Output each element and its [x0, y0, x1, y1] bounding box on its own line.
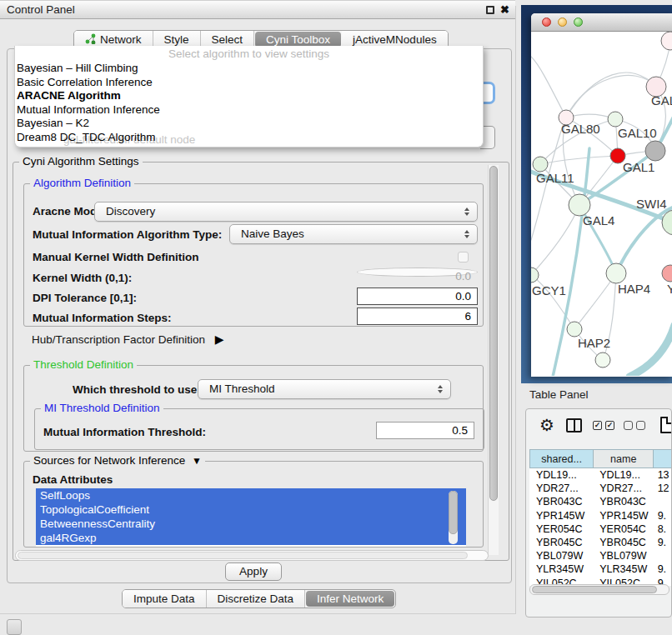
tab-label: jActiveMNodules [353, 33, 437, 46]
algorithm-option[interactable]: ARACNE Algorithm [15, 89, 483, 103]
kernel-width-field[interactable]: 0.0 [357, 268, 478, 277]
close-icon[interactable]: ✖ [500, 3, 509, 16]
close-traffic-light-icon[interactable] [542, 18, 551, 27]
dpi-tolerance-field[interactable]: 0.0 [357, 288, 478, 305]
attribute-item[interactable]: TopologicalCoefficient [36, 502, 466, 517]
network-window-titlebar[interactable] [531, 13, 672, 32]
tab-discretize-data[interactable]: Discretize Data [207, 590, 306, 608]
algorithm-option[interactable]: Dream8 DC_TDC Algorithm [15, 131, 483, 145]
select-all-icon[interactable]: ✓ [593, 421, 602, 430]
table-horizontal-scrollbar[interactable] [529, 584, 669, 595]
manual-kernel-width-checkbox[interactable] [458, 252, 469, 262]
table-cell[interactable]: YBL079W [593, 549, 653, 562]
table-cell[interactable]: YPR145W [593, 509, 653, 522]
scrollbar-thumb[interactable] [449, 491, 458, 534]
table-cell[interactable]: 13 [654, 468, 672, 482]
table-row[interactable]: YBR045CYBR045C9. [529, 536, 672, 549]
mi-threshold-field[interactable]: 0.5 [376, 422, 474, 439]
table-cell[interactable]: YER054C [529, 522, 593, 536]
zoom-traffic-light-icon[interactable] [574, 18, 583, 27]
network-node-hap4[interactable] [606, 263, 626, 283]
table-cell[interactable]: 8. [654, 522, 672, 536]
table-cell[interactable]: YBR043C [529, 495, 593, 508]
network-node[interactable] [661, 32, 672, 50]
network-node[interactable] [645, 141, 665, 161]
restore-window-icon[interactable] [486, 6, 494, 14]
column-header[interactable] [653, 449, 672, 468]
tab-impute-data[interactable]: Impute Data [123, 590, 207, 608]
table-cell[interactable]: YDR27... [529, 482, 593, 495]
mi-algorithm-type-label: Mutual Information Algorithm Type: [33, 228, 222, 241]
table-cell[interactable]: 9. [654, 509, 672, 522]
table-cell[interactable]: 9. [654, 536, 672, 549]
table-row[interactable]: YLR345WYLR345W9. [529, 562, 672, 576]
algorithm-option[interactable]: Basic Correlation Inference [15, 76, 483, 90]
network-node-y[interactable] [662, 265, 672, 282]
column-header[interactable]: name [593, 449, 654, 468]
table-cell[interactable]: YER054C [593, 522, 653, 536]
table-row[interactable]: YDL19...YDL19...13 [529, 468, 672, 482]
network-node[interactable] [595, 352, 610, 368]
table-row[interactable]: YER054CYER054C8. [529, 522, 672, 536]
data-attributes-label: Data Attributes [33, 473, 113, 486]
new-table-icon[interactable] [660, 417, 672, 433]
table-row[interactable]: YPR145WYPR145W9. [529, 509, 672, 522]
network-node-gal10[interactable] [608, 112, 623, 127]
table-cell[interactable]: YBL079W [529, 549, 593, 562]
attribute-item[interactable]: BetweennessCentrality [36, 517, 466, 531]
algorithm-option[interactable]: Bayesian – K2 [15, 117, 483, 131]
table-cell[interactable]: YDL19... [593, 468, 653, 482]
node-label: GAL11 [536, 171, 574, 185]
table-cell[interactable]: YBR043C [593, 495, 653, 508]
table-cell[interactable]: YLR345W [529, 562, 593, 576]
table-cell[interactable]: YBR045C [529, 536, 593, 549]
attribute-item[interactable]: gal4RGexp [36, 531, 466, 545]
network-node-gal11[interactable] [533, 157, 548, 172]
mi-steps-label: Mutual Information Steps: [33, 312, 172, 324]
docked-panel-icon[interactable] [7, 619, 22, 635]
table-row[interactable]: YBL079WYBL079W [529, 549, 672, 562]
table-cell[interactable]: YDR27... [593, 482, 653, 495]
algorithm-option[interactable]: Mutual Information Inference [15, 103, 483, 118]
combo-arrows-icon [464, 230, 469, 238]
data-attributes-list[interactable]: SelfLoopsTopologicalCoefficientBetweenne… [36, 488, 466, 547]
network-node-hap2[interactable] [567, 322, 582, 337]
table-cell[interactable]: YLR345W [593, 562, 653, 576]
algorithm-definition-group: Algorithm Definition Aracne Mode: Discov… [23, 183, 484, 327]
table-row[interactable]: YDR27...YDR27...12 [529, 482, 672, 495]
mi-steps-field[interactable]: 6 [357, 308, 478, 325]
table-cell[interactable]: 9. [654, 562, 672, 576]
scrollbar-thumb[interactable] [18, 552, 468, 559]
deselect-all-icon[interactable] [624, 421, 633, 430]
sources-group-label[interactable]: Sources for Network Inference ▼ [30, 454, 205, 468]
table-cell[interactable]: YBR045C [593, 536, 653, 549]
which-threshold-combobox[interactable]: MI Threshold [198, 379, 451, 399]
deselect-all-icon[interactable] [636, 421, 645, 430]
network-view-window[interactable]: GALGAL80GAL10GAL1GAL11GAL4SWI4GCY1HAP4YH… [531, 13, 672, 377]
table-cell[interactable]: YPR145W [529, 509, 593, 522]
list-scrollbar[interactable] [449, 491, 458, 544]
network-canvas[interactable]: GALGAL80GAL10GAL1GAL11GAL4SWI4GCY1HAP4YH… [531, 32, 672, 376]
table-cell[interactable]: YDL19... [529, 468, 593, 482]
table-cell[interactable]: 12 [654, 482, 672, 495]
settings-horizontal-scrollbar[interactable] [15, 550, 489, 561]
tab-infer-network[interactable]: Infer Network [306, 591, 394, 607]
hub-definition-toggle[interactable]: Hub/Transcription Factor Definition ▶ [32, 332, 224, 346]
apply-button[interactable]: Apply [225, 562, 282, 581]
table-cell[interactable] [654, 549, 672, 562]
select-all-icon[interactable]: ✓ [605, 421, 614, 430]
aracne-mode-combobox[interactable]: Discovery [94, 202, 478, 222]
column-layout-icon[interactable] [566, 418, 582, 432]
gear-icon[interactable]: ⚙ [539, 416, 554, 434]
scrollbar-thumb[interactable] [489, 166, 498, 501]
algorithm-option[interactable]: Bayesian – Hill Climbing [15, 62, 483, 76]
settings-vertical-scrollbar[interactable] [488, 165, 499, 555]
mi-algorithm-type-combobox[interactable]: Naive Bayes [229, 224, 478, 244]
minimize-traffic-light-icon[interactable] [558, 18, 567, 27]
table-cell[interactable] [654, 495, 672, 508]
attribute-item[interactable]: SelfLoops [36, 488, 466, 502]
tab-label: Network [100, 33, 142, 46]
scrollbar-thumb[interactable] [532, 586, 657, 593]
table-row[interactable]: YBR043CYBR043C [529, 495, 672, 508]
column-header[interactable]: shared... [529, 449, 594, 468]
